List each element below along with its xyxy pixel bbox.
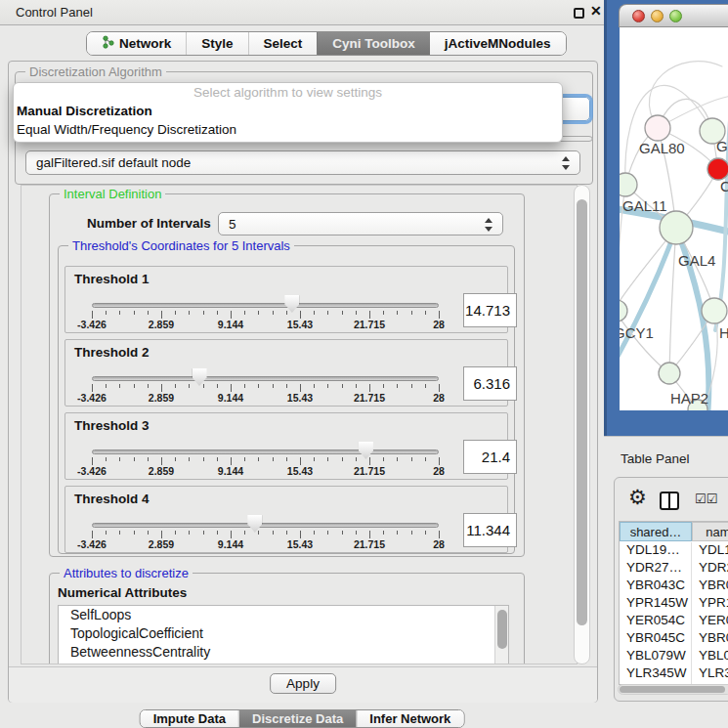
tick-label: -3.426 (77, 465, 107, 477)
gear-icon[interactable]: ⚙ (628, 486, 647, 509)
tick-mark (92, 311, 93, 319)
numerical-attributes-list[interactable]: SelfLoopsTopologicalCoefficientBetweenne… (58, 605, 509, 664)
attribute-list-item[interactable]: BetweennessCentrality (59, 643, 508, 662)
network-node[interactable] (659, 363, 680, 384)
attributes-group-title: Attributes to discretize (60, 566, 193, 580)
horizontal-scrollbar-thumb[interactable] (620, 686, 725, 693)
zoom-traffic-light-icon[interactable] (669, 10, 682, 22)
tick-mark (411, 384, 412, 388)
close-icon[interactable]: ✕ (590, 3, 602, 19)
tick-mark (383, 384, 384, 388)
bottom-tab-discretize-data[interactable]: Discretize Data (238, 710, 356, 727)
close-traffic-light-icon[interactable] (632, 10, 645, 22)
network-node[interactable] (702, 298, 727, 323)
threshold-value-field[interactable]: 6.316 (463, 366, 517, 401)
tick-mark (148, 457, 149, 461)
tick-mark (397, 311, 398, 315)
vertical-scrollbar-thumb[interactable] (577, 199, 587, 625)
apply-button[interactable]: Apply (270, 673, 336, 694)
float-window-icon[interactable] (574, 8, 584, 19)
threshold-slider-track[interactable] (92, 303, 439, 308)
tab-select[interactable]: Select (248, 32, 318, 55)
minimize-traffic-light-icon[interactable] (651, 10, 664, 22)
network-node[interactable] (620, 300, 627, 321)
table-row[interactable]: YPR145WYPR145W (620, 595, 728, 613)
list-scrollbar[interactable] (494, 606, 508, 664)
number-of-intervals-label: Number of Intervals (87, 216, 211, 231)
number-of-intervals-combo[interactable]: 5 (218, 212, 503, 236)
tick-mark (119, 311, 120, 315)
tick-mark (175, 531, 176, 535)
tab-style[interactable]: Style (186, 32, 247, 55)
network-window-titlebar[interactable] (619, 4, 728, 27)
table-data-combo-value: galFiltered.sif default node (36, 155, 191, 170)
vertical-scrollbar[interactable] (574, 185, 590, 664)
checkbox-icons[interactable]: ☑☑ (695, 492, 717, 506)
threshold-slider-track[interactable] (92, 523, 439, 528)
tick-mark (92, 531, 93, 538)
discretization-algorithm-group-title: Discretization Algorithm (25, 64, 166, 79)
tick-mark (342, 311, 343, 315)
tick-mark (425, 457, 426, 461)
algorithm-placeholder-option[interactable]: Select algorithm to view settings (14, 83, 562, 102)
tick-mark (203, 457, 204, 461)
network-canvas[interactable]: GAL80GCGAL11GAL4GCY1HHAP2 (620, 27, 728, 410)
tick-mark (342, 384, 343, 388)
tick-label: 2.859 (149, 392, 174, 404)
tick-mark (411, 311, 412, 315)
tick-mark (203, 311, 204, 315)
column-header-1[interactable]: shared… (620, 522, 692, 541)
table-data-combo[interactable]: galFiltered.sif default node (25, 150, 580, 175)
tick-mark (273, 531, 274, 535)
table-row[interactable]: YBR045CYBR045C (620, 630, 728, 648)
table-rows: YDL19…YDL19…YDR27…YDR27…YBR043CYBR043CYP… (620, 542, 728, 685)
tick-mark (273, 311, 274, 315)
tab-cyni-toolbox[interactable]: Cyni Toolbox (317, 32, 430, 55)
spinner-arrows-icon[interactable] (485, 217, 493, 233)
network-node[interactable] (707, 158, 728, 180)
tab-label: Cyni Toolbox (332, 36, 415, 51)
network-node[interactable] (660, 211, 693, 244)
network-node[interactable] (620, 173, 637, 196)
tick-mark (411, 457, 412, 461)
threshold-slider-track[interactable] (92, 376, 439, 381)
network-node[interactable] (645, 115, 670, 141)
tick-label: 2.859 (149, 319, 174, 330)
threshold-value-field[interactable]: 11.344 (463, 513, 517, 547)
horizontal-scrollbar[interactable] (618, 684, 728, 695)
tick-mark (383, 531, 384, 535)
control-panel-titlebar: Control Panel ✕ (0, 0, 604, 25)
table-row[interactable]: YLR345WYLR345W (620, 665, 728, 683)
threshold-slider-track[interactable] (92, 450, 439, 454)
algorithm-option[interactable]: Equal Width/Frequency Discretization (14, 120, 562, 139)
tick-mark (397, 531, 398, 535)
columns-icon[interactable] (660, 492, 679, 510)
tick-label: 21.715 (354, 392, 385, 404)
tick-mark (369, 384, 370, 392)
threshold-value-field[interactable]: 21.4 (463, 440, 517, 474)
table-row[interactable]: YDL19…YDL19… (620, 542, 728, 560)
tab-network[interactable]: Network (87, 32, 186, 55)
tick-mark (258, 531, 259, 535)
column-header-2[interactable]: name (692, 522, 728, 541)
node-label: H (719, 324, 728, 341)
node-table[interactable]: shared…name YDL19…YDL19…YDR27…YDR27…YBR0… (619, 521, 728, 685)
list-scrollbar-thumb[interactable] (497, 610, 507, 649)
threshold-value-field[interactable]: 14.713 (463, 293, 517, 327)
attribute-list-item[interactable]: SelfLoops (59, 606, 508, 624)
bottom-tab-infer-network[interactable]: Infer Network (356, 710, 463, 727)
spinner-arrows-icon[interactable] (562, 155, 571, 171)
table-row[interactable]: YBR043CYBR043C (620, 578, 728, 595)
table-row[interactable]: YDR27…YDR27… (620, 560, 728, 578)
bottom-tab-impute-data[interactable]: Impute Data (141, 710, 238, 727)
table-row[interactable]: YBL079WYBL079W (620, 648, 728, 665)
tick-mark (439, 457, 440, 465)
attribute-list-item[interactable]: TopologicalCoefficient (59, 624, 508, 643)
tick-mark (119, 384, 120, 388)
threshold-label: Threshold 2 (74, 345, 150, 360)
table-row[interactable]: YER054CYER054C (620, 613, 728, 630)
algorithm-option[interactable]: Manual Discretization (14, 102, 562, 120)
control-panel: Control Panel ✕ NetworkStyleSelectCyni T… (0, 0, 604, 728)
tick-mark (134, 457, 135, 461)
tab-jactivemnodules[interactable]: jActiveMNodules (430, 32, 566, 55)
